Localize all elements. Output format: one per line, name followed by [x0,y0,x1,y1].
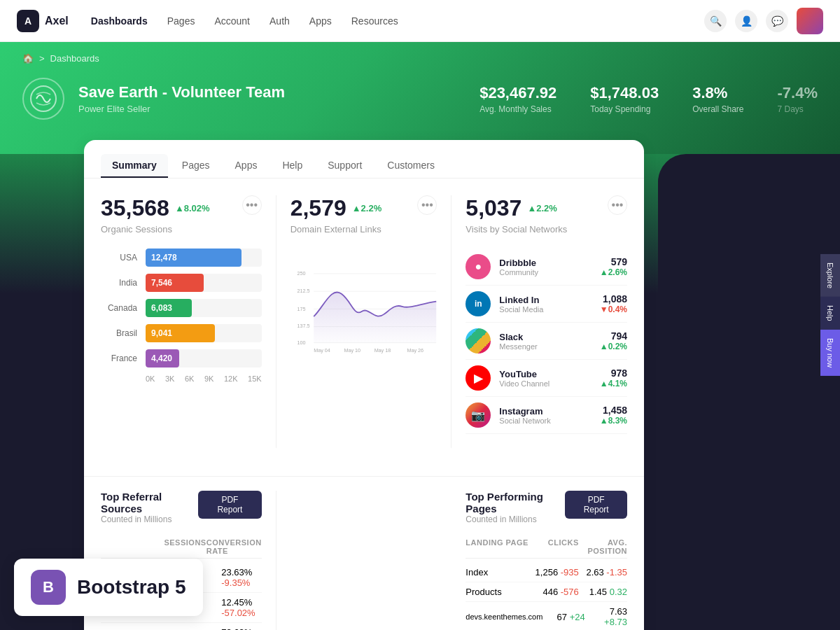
hero-info: Save Earth - Volunteer Team Power Elite … [78,83,285,114]
instagram-name: Instagram [499,406,591,416]
linkedin-stats: 1,088 ▼0.4% [600,293,627,314]
hero-title: Save Earth - Volunteer Team [78,83,285,102]
days-label: 7 Days [778,104,818,114]
overall-share-label: Overall Share [692,104,743,114]
nav-dashboards[interactable]: Dashboards [91,15,148,27]
search-button[interactable]: 🔍 [704,10,727,32]
nav-right: 🔍 👤 💬 [704,8,823,34]
bar-fill-usa: 12,478 [146,248,241,267]
performing-row-1: Index 1,256 -935 2.63 -1.35 [465,563,627,582]
center-spacer [276,491,452,630]
hero-banner: 🏠 > Dashboards Save Earth - Volunteer Te… [0,42,840,154]
nav-links: Dashboards Pages Account Auth Apps Resou… [91,15,704,27]
svg-text:May 10: May 10 [344,347,360,354]
linkedin-icon: in [465,291,491,316]
bar-fill-france: 4,420 [146,349,179,368]
nav-account[interactable]: Account [214,15,250,27]
today-spending-value: $1,748.03 [590,84,659,102]
overall-share-value: 3.8% [692,84,743,102]
domain-links-more-button[interactable]: ••• [417,195,437,215]
dribbble-count: 579 [600,256,627,267]
brand-name: Axel [45,15,69,27]
hero-left: Save Earth - Volunteer Team Power Elite … [22,78,285,120]
youtube-stats: 978 ▲4.1% [600,368,627,388]
dribbble-name: Dribbble [499,258,591,268]
nav-resources[interactable]: Resources [351,15,398,27]
youtube-count: 978 [600,368,627,379]
tab-apps[interactable]: Apps [224,154,269,178]
performing-pdf-button[interactable]: PDF Report [565,491,627,519]
tab-customers[interactable]: Customers [376,154,446,178]
bar-x-axis: 0K 3K 6K 9K 12K 15K [101,374,262,383]
breadcrumb-home-icon: 🏠 [22,53,34,64]
social-visits-more-button[interactable]: ••• [608,195,627,215]
social-networks-list: ● Dribbble Community 579 ▲2.6% in [465,248,627,434]
domain-links-card: 2,579 ▲2.2% Domain External Links ••• 25… [276,195,452,448]
youtube-change: ▲4.1% [600,379,627,388]
performing-table-header: LANDING PAGE CLICKS AVG. POSITION [465,536,627,559]
bootstrap-icon: B [31,570,66,605]
domain-links-change: ▲2.2% [352,203,382,214]
social-visits-label: Visits by Social Networks [465,224,567,234]
tab-summary[interactable]: Summary [101,154,168,178]
svg-text:May 18: May 18 [374,347,391,354]
messages-button[interactable]: 💬 [766,10,788,32]
hero-subtitle: Power Elite Seller [78,104,285,114]
bar-fill-brasil: 9,041 [146,324,215,342]
organic-sessions-value: 35,568 ▲8.02% [101,195,210,221]
svg-text:175: 175 [297,306,305,312]
slack-icon [465,328,491,354]
tab-pages[interactable]: Pages [171,154,221,178]
svg-text:212.5: 212.5 [297,288,309,294]
bar-row-usa: USA 12,478 [101,248,262,267]
linkedin-change: ▼0.4% [600,304,627,314]
explore-label[interactable]: Explore [820,254,840,297]
help-label[interactable]: Help [820,297,840,330]
youtube-type: Video Channel [499,379,591,388]
youtube-info: YouTube Video Channel [499,369,591,388]
notifications-button[interactable]: 👤 [735,10,757,32]
nav-pages[interactable]: Pages [167,15,195,27]
hero-stat-spending: $1,748.03 Today Spending [590,84,659,114]
today-spending-label: Today Spending [590,104,659,114]
tab-help[interactable]: Help [271,154,314,178]
social-item-linkedin: in Linked In Social Media 1,088 ▼0.4% [465,286,627,323]
tab-support[interactable]: Support [316,154,373,178]
referral-pdf-button[interactable]: PDF Report [198,491,262,519]
instagram-icon: 📷 [465,402,491,428]
svg-text:100: 100 [297,340,305,346]
dribbble-type: Community [499,268,591,276]
nav-auth[interactable]: Auth [270,15,290,27]
performing-row-2: Products 446 -576 1.45 0.32 [465,582,627,602]
social-item-instagram: 📷 Instagram Social Network 1,458 ▲8.3% [465,397,627,434]
svg-text:May 04: May 04 [314,347,330,354]
youtube-icon: ▶ [465,365,491,391]
bar-outer-usa: 12,478 [146,248,262,267]
nav-apps[interactable]: Apps [309,15,332,27]
referral-subtitle: Counted in Millions [101,514,198,524]
buy-now-label[interactable]: Buy now [820,330,840,376]
slack-stats: 794 ▲0.2% [600,330,627,351]
tab-bar: Summary Pages Apps Help Support Customer… [84,140,644,178]
country-label-india: India [101,278,137,288]
domain-links-value: 2,579 ▲2.2% [290,195,382,221]
organic-sessions-more-button[interactable]: ••• [242,195,262,215]
bar-outer-france: 4,420 [146,349,262,368]
dribbble-stats: 579 ▲2.6% [600,256,627,277]
top-navigation: A Axel Dashboards Pages Account Auth App… [0,0,840,42]
instagram-change: ▲8.3% [600,416,627,426]
brand-logo[interactable]: A Axel [17,10,69,32]
line-chart-container: 250 212.5 175 137.5 100 [290,248,438,377]
bar-fill-india: 7,546 [146,274,204,292]
monthly-sales-value: $23,467.92 [479,84,556,102]
breadcrumb-current: Dashboards [50,53,99,64]
user-avatar[interactable] [797,8,823,34]
svg-text:137.5: 137.5 [297,323,309,329]
social-visits-card: 5,037 ▲2.2% Visits by Social Networks ••… [451,195,627,448]
svg-text:May 26: May 26 [407,347,424,354]
bar-outer-canada: 6,083 [146,299,262,317]
linkedin-type: Social Media [499,305,591,314]
instagram-stats: 1,458 ▲8.3% [600,405,627,426]
bar-outer-india: 7,546 [146,274,262,292]
dribbble-icon: ● [465,254,491,279]
